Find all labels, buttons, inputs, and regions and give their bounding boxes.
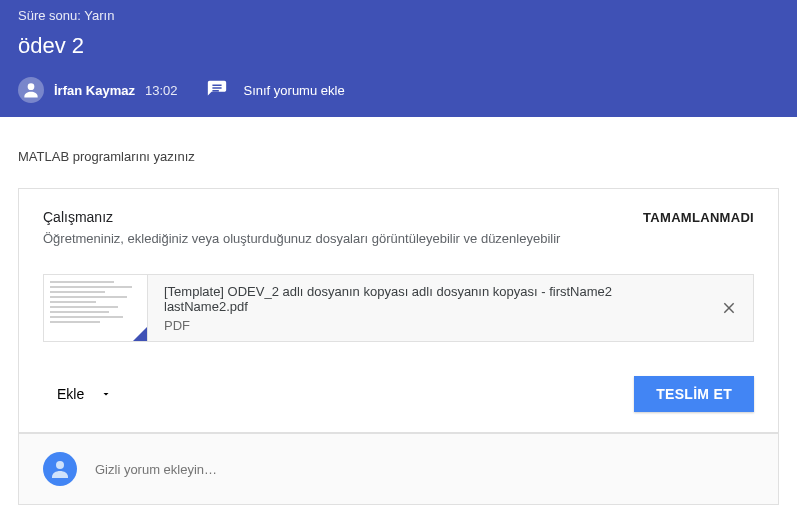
submit-button[interactable]: TESLİM ET [634, 376, 754, 412]
close-icon [721, 300, 737, 316]
attachment-text: [Template] ODEV_2 adlı dosyanın kopyası … [148, 275, 705, 341]
author-name: İrfan Kaymaz [54, 83, 135, 98]
post-time: 13:02 [145, 83, 178, 98]
teacher-edit-note: Öğretmeniniz, eklediğiniz veya oluşturdu… [43, 231, 754, 246]
private-comment-row [19, 433, 778, 504]
attachment-item[interactable]: [Template] ODEV_2 adlı dosyanın kopyası … [43, 274, 754, 342]
assignment-header: Süre sonu: Yarın ödev 2 İrfan Kaymaz 13:… [0, 0, 797, 117]
work-status: TAMAMLANMADI [643, 210, 754, 225]
work-header-row: Çalışmanız TAMAMLANMADI [43, 209, 754, 225]
private-comment-section [18, 433, 779, 505]
assignment-description: MATLAB programlarını yazınız [18, 149, 779, 164]
user-icon [21, 80, 41, 100]
assignment-title: ödev 2 [18, 33, 779, 59]
add-label: Ekle [57, 386, 84, 402]
user-icon [48, 457, 72, 481]
add-class-comment[interactable]: Sınıf yorumu ekle [205, 78, 344, 102]
remove-attachment-button[interactable] [705, 275, 753, 341]
self-avatar [43, 452, 77, 486]
author-avatar [18, 77, 44, 103]
your-work-title: Çalışmanız [43, 209, 113, 225]
your-work-card: Çalışmanız TAMAMLANMADI Öğretmeniniz, ek… [18, 188, 779, 433]
svg-point-0 [28, 83, 35, 90]
dropdown-icon [100, 388, 112, 400]
attachment-name: [Template] ODEV_2 adlı dosyanın kopyası … [164, 284, 689, 314]
author-block: İrfan Kaymaz 13:02 [18, 77, 177, 103]
class-comment-label: Sınıf yorumu ekle [243, 83, 344, 98]
private-comment-input[interactable] [95, 462, 754, 477]
due-date: Süre sonu: Yarın [18, 8, 779, 23]
body-area: MATLAB programlarını yazınız Çalışmanız … [0, 149, 797, 505]
shared-corner-icon [133, 327, 147, 341]
svg-point-3 [56, 461, 64, 469]
meta-row: İrfan Kaymaz 13:02 Sınıf yorumu ekle [18, 77, 779, 103]
attachment-type: PDF [164, 318, 689, 333]
action-row: Ekle TESLİM ET [43, 376, 754, 412]
add-button[interactable]: Ekle [43, 380, 126, 408]
attachment-thumbnail [44, 275, 148, 341]
comment-icon [205, 78, 229, 102]
